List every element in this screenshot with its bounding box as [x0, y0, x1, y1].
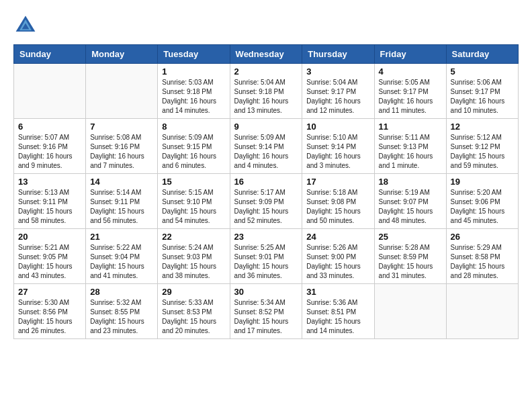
calendar-cell: 5Sunrise: 5:06 AM Sunset: 9:17 PM Daylig… [446, 64, 518, 119]
day-number: 31 [306, 287, 369, 297]
calendar-cell: 26Sunrise: 5:29 AM Sunset: 8:58 PM Dayli… [446, 229, 518, 284]
day-info: Sunrise: 5:34 AM Sunset: 8:52 PM Dayligh… [234, 298, 298, 336]
calendar-cell: 25Sunrise: 5:28 AM Sunset: 8:59 PM Dayli… [374, 229, 446, 284]
day-number: 25 [379, 232, 442, 242]
calendar-week-row: 1Sunrise: 5:03 AM Sunset: 9:18 PM Daylig… [14, 64, 519, 119]
day-info: Sunrise: 5:29 AM Sunset: 8:58 PM Dayligh… [451, 243, 514, 281]
calendar-cell: 4Sunrise: 5:05 AM Sunset: 9:17 PM Daylig… [374, 64, 446, 119]
day-info: Sunrise: 5:05 AM Sunset: 9:17 PM Dayligh… [379, 78, 442, 116]
day-number: 14 [90, 177, 153, 187]
logo [13, 13, 42, 38]
day-number: 29 [162, 287, 225, 297]
calendar-week-row: 27Sunrise: 5:30 AM Sunset: 8:56 PM Dayli… [14, 284, 519, 339]
calendar-cell: 30Sunrise: 5:34 AM Sunset: 8:52 PM Dayli… [230, 284, 302, 339]
day-info: Sunrise: 5:11 AM Sunset: 9:13 PM Dayligh… [379, 133, 442, 171]
day-number: 10 [306, 122, 369, 132]
calendar: SundayMondayTuesdayWednesdayThursdayFrid… [13, 44, 519, 339]
day-of-week-header: Friday [374, 45, 446, 64]
calendar-header-row: SundayMondayTuesdayWednesdayThursdayFrid… [14, 45, 519, 64]
day-info: Sunrise: 5:03 AM Sunset: 9:18 PM Dayligh… [162, 78, 225, 116]
day-number: 15 [162, 177, 225, 187]
day-of-week-header: Tuesday [158, 45, 230, 64]
calendar-cell: 20Sunrise: 5:21 AM Sunset: 9:05 PM Dayli… [14, 229, 86, 284]
day-number: 17 [306, 177, 369, 187]
day-number: 21 [90, 232, 153, 242]
day-info: Sunrise: 5:21 AM Sunset: 9:05 PM Dayligh… [18, 243, 81, 281]
day-info: Sunrise: 5:28 AM Sunset: 8:59 PM Dayligh… [379, 243, 442, 281]
day-info: Sunrise: 5:32 AM Sunset: 8:55 PM Dayligh… [90, 298, 153, 336]
day-info: Sunrise: 5:24 AM Sunset: 9:03 PM Dayligh… [162, 243, 225, 281]
day-info: Sunrise: 5:04 AM Sunset: 9:18 PM Dayligh… [234, 78, 298, 116]
day-of-week-header: Thursday [302, 45, 374, 64]
day-number: 7 [90, 122, 153, 132]
day-info: Sunrise: 5:25 AM Sunset: 9:01 PM Dayligh… [234, 243, 298, 281]
calendar-cell: 28Sunrise: 5:32 AM Sunset: 8:55 PM Dayli… [86, 284, 158, 339]
day-info: Sunrise: 5:17 AM Sunset: 9:09 PM Dayligh… [234, 188, 298, 226]
day-info: Sunrise: 5:08 AM Sunset: 9:16 PM Dayligh… [90, 133, 153, 171]
day-info: Sunrise: 5:26 AM Sunset: 9:00 PM Dayligh… [306, 243, 369, 281]
calendar-week-row: 20Sunrise: 5:21 AM Sunset: 9:05 PM Dayli… [14, 229, 519, 284]
logo-icon [13, 13, 38, 38]
day-number: 18 [379, 177, 442, 187]
calendar-cell: 8Sunrise: 5:09 AM Sunset: 9:15 PM Daylig… [158, 119, 230, 174]
calendar-cell: 11Sunrise: 5:11 AM Sunset: 9:13 PM Dayli… [374, 119, 446, 174]
calendar-cell: 19Sunrise: 5:20 AM Sunset: 9:06 PM Dayli… [446, 174, 518, 229]
calendar-cell: 12Sunrise: 5:12 AM Sunset: 9:12 PM Dayli… [446, 119, 518, 174]
day-number: 8 [162, 122, 225, 132]
calendar-week-row: 6Sunrise: 5:07 AM Sunset: 9:16 PM Daylig… [14, 119, 519, 174]
day-info: Sunrise: 5:30 AM Sunset: 8:56 PM Dayligh… [18, 298, 81, 336]
day-number: 23 [234, 232, 298, 242]
day-number: 24 [306, 232, 369, 242]
day-number: 12 [451, 122, 514, 132]
day-number: 26 [451, 232, 514, 242]
calendar-cell: 13Sunrise: 5:13 AM Sunset: 9:11 PM Dayli… [14, 174, 86, 229]
day-number: 6 [18, 122, 81, 132]
day-info: Sunrise: 5:19 AM Sunset: 9:07 PM Dayligh… [379, 188, 442, 226]
calendar-cell: 7Sunrise: 5:08 AM Sunset: 9:16 PM Daylig… [86, 119, 158, 174]
day-number: 9 [234, 122, 298, 132]
calendar-cell: 24Sunrise: 5:26 AM Sunset: 9:00 PM Dayli… [302, 229, 374, 284]
day-number: 2 [234, 66, 298, 77]
day-info: Sunrise: 5:36 AM Sunset: 8:51 PM Dayligh… [306, 298, 369, 336]
day-number: 5 [451, 66, 514, 77]
day-info: Sunrise: 5:33 AM Sunset: 8:53 PM Dayligh… [162, 298, 225, 336]
day-number: 16 [234, 177, 298, 187]
day-number: 13 [18, 177, 81, 187]
calendar-cell: 18Sunrise: 5:19 AM Sunset: 9:07 PM Dayli… [374, 174, 446, 229]
day-info: Sunrise: 5:15 AM Sunset: 9:10 PM Dayligh… [162, 188, 225, 226]
day-info: Sunrise: 5:04 AM Sunset: 9:17 PM Dayligh… [306, 78, 369, 116]
calendar-cell [446, 284, 518, 339]
day-info: Sunrise: 5:09 AM Sunset: 9:14 PM Dayligh… [234, 133, 298, 171]
calendar-cell: 15Sunrise: 5:15 AM Sunset: 9:10 PM Dayli… [158, 174, 230, 229]
day-number: 1 [162, 66, 225, 77]
calendar-cell: 16Sunrise: 5:17 AM Sunset: 9:09 PM Dayli… [230, 174, 302, 229]
day-number: 22 [162, 232, 225, 242]
calendar-cell: 2Sunrise: 5:04 AM Sunset: 9:18 PM Daylig… [230, 64, 302, 119]
calendar-cell: 22Sunrise: 5:24 AM Sunset: 9:03 PM Dayli… [158, 229, 230, 284]
page-header [13, 13, 519, 38]
calendar-cell: 1Sunrise: 5:03 AM Sunset: 9:18 PM Daylig… [158, 64, 230, 119]
day-info: Sunrise: 5:10 AM Sunset: 9:14 PM Dayligh… [306, 133, 369, 171]
day-info: Sunrise: 5:13 AM Sunset: 9:11 PM Dayligh… [18, 188, 81, 226]
day-info: Sunrise: 5:09 AM Sunset: 9:15 PM Dayligh… [162, 133, 225, 171]
day-number: 4 [379, 66, 442, 77]
calendar-cell: 14Sunrise: 5:14 AM Sunset: 9:11 PM Dayli… [86, 174, 158, 229]
calendar-cell: 9Sunrise: 5:09 AM Sunset: 9:14 PM Daylig… [230, 119, 302, 174]
day-of-week-header: Sunday [14, 45, 86, 64]
day-of-week-header: Wednesday [230, 45, 302, 64]
day-info: Sunrise: 5:07 AM Sunset: 9:16 PM Dayligh… [18, 133, 81, 171]
calendar-cell: 10Sunrise: 5:10 AM Sunset: 9:14 PM Dayli… [302, 119, 374, 174]
day-number: 3 [306, 66, 369, 77]
day-number: 19 [451, 177, 514, 187]
calendar-cell: 17Sunrise: 5:18 AM Sunset: 9:08 PM Dayli… [302, 174, 374, 229]
calendar-cell: 27Sunrise: 5:30 AM Sunset: 8:56 PM Dayli… [14, 284, 86, 339]
calendar-cell: 29Sunrise: 5:33 AM Sunset: 8:53 PM Dayli… [158, 284, 230, 339]
calendar-cell: 21Sunrise: 5:22 AM Sunset: 9:04 PM Dayli… [86, 229, 158, 284]
day-number: 28 [90, 287, 153, 297]
calendar-cell: 6Sunrise: 5:07 AM Sunset: 9:16 PM Daylig… [14, 119, 86, 174]
calendar-cell: 23Sunrise: 5:25 AM Sunset: 9:01 PM Dayli… [230, 229, 302, 284]
day-of-week-header: Monday [86, 45, 158, 64]
day-info: Sunrise: 5:06 AM Sunset: 9:17 PM Dayligh… [451, 78, 514, 116]
day-info: Sunrise: 5:14 AM Sunset: 9:11 PM Dayligh… [90, 188, 153, 226]
calendar-cell: 3Sunrise: 5:04 AM Sunset: 9:17 PM Daylig… [302, 64, 374, 119]
